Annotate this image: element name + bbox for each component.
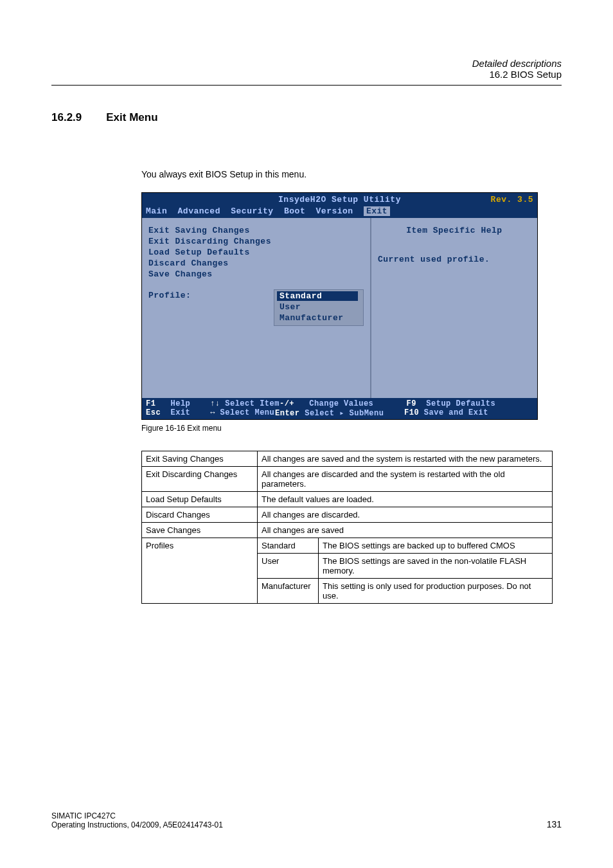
header-rule [51, 85, 562, 86]
intro-paragraph: You always exit BIOS Setup in this menu. [141, 169, 562, 179]
cell-desc: This setting is only used for production… [319, 579, 553, 604]
tab-advanced[interactable]: Advanced [178, 206, 220, 216]
cell-desc: The BIOS settings are backed up to buffe… [319, 538, 553, 554]
cell-sublabel: Manufacturer [258, 579, 319, 604]
profile-option-user[interactable]: User [280, 302, 358, 312]
cell-desc: All changes are discarded and the system… [258, 467, 553, 492]
section-title: Exit Menu [106, 111, 157, 124]
key-plusminus-label: Change Values [309, 399, 373, 408]
profile-label: Profile: [148, 291, 277, 327]
section-number: 16.2.9 [51, 111, 82, 124]
cell-desc: All changes are saved and the system is … [258, 451, 553, 467]
cell-desc: The default values are loaded. [258, 492, 553, 507]
menu-load-defaults[interactable]: Load Setup Defaults [148, 248, 364, 257]
help-panel-text: Current used profile. [378, 255, 531, 264]
tab-main[interactable]: Main [146, 206, 167, 216]
tab-security[interactable]: Security [231, 206, 273, 216]
header-section-title: Detailed descriptions [51, 58, 562, 69]
table-row: Discard ChangesAll changes are discarded… [142, 507, 553, 523]
page-number: 131 [547, 819, 562, 829]
table-row: Save ChangesAll changes are saved [142, 523, 553, 538]
cell-desc: The BIOS settings are saved in the non-v… [319, 554, 553, 579]
menu-save-changes[interactable]: Save Changes [148, 269, 364, 279]
table-row: Exit Discarding ChangesAll changes are d… [142, 467, 553, 492]
bios-footer: F1 Help ↑↓ Select Item -/+ Change Values… [142, 398, 537, 419]
page-footer: SIMATIC IPC427C Operating Instructions, … [51, 811, 562, 829]
cell-label: Exit Saving Changes [142, 451, 258, 467]
cell-label: Load Setup Defaults [142, 492, 258, 507]
key-enter-label: Select ▸ SubMenu [305, 409, 384, 418]
key-plusminus: -/+ [280, 399, 294, 408]
profile-option-manufacturer[interactable]: Manufacturer [280, 313, 358, 323]
cell-label: Discard Changes [142, 507, 258, 523]
profile-dropdown[interactable]: Standard User Manufacturer [274, 289, 364, 326]
cell-label: Save Changes [142, 523, 258, 538]
menu-exit-saving[interactable]: Exit Saving Changes [148, 226, 364, 235]
table-row: ProfilesStandardThe BIOS settings are ba… [142, 538, 553, 554]
key-f10: F10 [404, 408, 419, 417]
menu-discard-changes[interactable]: Discard Changes [148, 258, 364, 268]
profile-option-standard[interactable]: Standard [277, 291, 358, 301]
cell-label: Profiles [142, 538, 258, 604]
key-lr-label: Select Menu [220, 408, 275, 417]
bios-revision: Rev. 3.5 [491, 195, 533, 204]
key-f9-label: Setup Defaults [426, 399, 495, 408]
bios-tabs: Main Advanced Security Boot Version Exit [142, 206, 537, 218]
key-f1: F1 [146, 399, 155, 408]
key-f10-label: Save and Exit [424, 408, 488, 417]
bios-title: InsydeH2O Setup Utility [278, 195, 401, 204]
description-table: Exit Saving ChangesAll changes are saved… [141, 451, 553, 604]
menu-exit-discarding[interactable]: Exit Discarding Changes [148, 237, 364, 246]
footer-docinfo: Operating Instructions, 04/2009, A5E0241… [51, 820, 223, 829]
key-f1-label: Help [171, 399, 191, 408]
key-lr-icon: ↔ [210, 408, 215, 417]
cell-sublabel: Standard [258, 538, 319, 554]
cell-label: Exit Discarding Changes [142, 467, 258, 492]
key-arrows-icon: ↑↓ [210, 399, 220, 408]
help-panel-title: Item Specific Help [378, 226, 531, 235]
table-row: Exit Saving ChangesAll changes are saved… [142, 451, 553, 467]
key-esc-label: Exit [171, 408, 191, 417]
figure-caption: Figure 16-16 Exit menu [141, 424, 562, 433]
tab-boot[interactable]: Boot [284, 206, 305, 216]
cell-desc: All changes are saved [258, 523, 553, 538]
bios-screenshot: InsydeH2O Setup Utility Rev. 3.5 Main Ad… [141, 192, 538, 420]
footer-product: SIMATIC IPC427C [51, 811, 223, 820]
key-f9: F9 [406, 399, 416, 408]
section-heading: 16.2.9 Exit Menu [51, 111, 562, 124]
header-subsection: 16.2 BIOS Setup [51, 69, 562, 80]
table-row: Load Setup DefaultsThe default values ar… [142, 492, 553, 507]
tab-version[interactable]: Version [316, 206, 353, 216]
key-arrows-label: Select Item [225, 399, 280, 408]
key-esc: Esc [146, 408, 161, 417]
cell-desc: All changes are discarded. [258, 507, 553, 523]
tab-exit[interactable]: Exit [364, 206, 390, 216]
key-enter: Enter [275, 409, 300, 418]
cell-sublabel: User [258, 554, 319, 579]
